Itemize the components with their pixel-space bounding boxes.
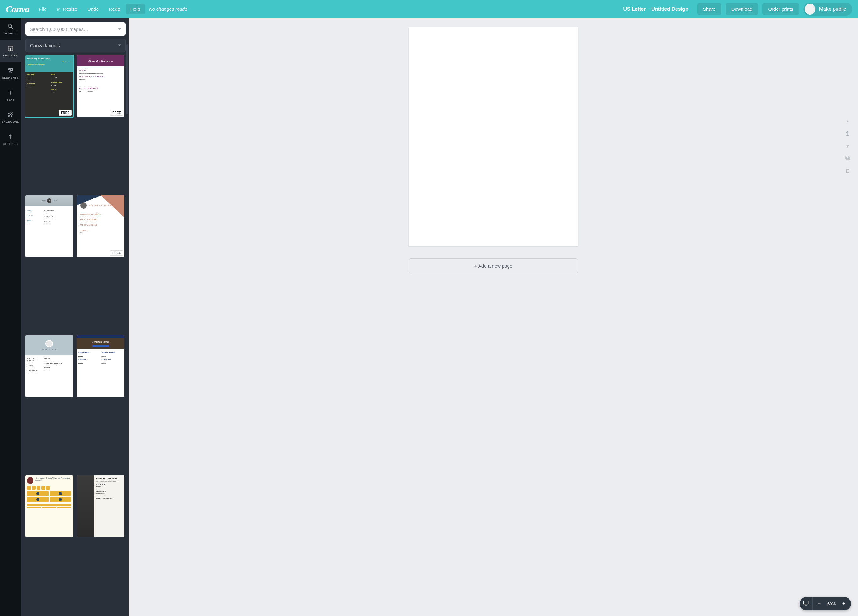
search-input[interactable]: Search 1,000,000 images… <box>25 22 126 36</box>
document-title[interactable]: US Letter – Untitled Design <box>623 6 688 12</box>
page-up-icon[interactable]: ▲ <box>846 119 849 123</box>
crown-icon <box>56 6 61 12</box>
rail-elements[interactable]: ELEMENTS <box>0 62 21 84</box>
canvas-area[interactable]: + Add a new page ▲ 1 ▼ − 6 <box>129 18 858 616</box>
menu-resize[interactable]: Resize <box>52 4 82 14</box>
template-card[interactable]: TIMOTHY STULERT PERSONAL PROFILE▪▪▪▪▪▪▪C… <box>25 335 73 397</box>
changes-status: No changes made <box>149 6 188 12</box>
svg-rect-16 <box>847 157 849 160</box>
template-card[interactable]: Benjamin Turner Employment▪▪▪▪▪▪▪▪▪▪▪▪▪▪… <box>77 335 124 397</box>
elements-icon <box>7 67 14 74</box>
svg-line-13 <box>10 114 12 117</box>
svg-line-10 <box>8 113 9 114</box>
zoom-value[interactable]: 69% <box>827 602 836 606</box>
background-icon <box>7 112 14 118</box>
rail-uploads-label: UPLOADS <box>3 142 18 146</box>
zoom-out-button[interactable]: − <box>816 600 822 607</box>
duplicate-page-icon[interactable] <box>845 155 850 162</box>
free-badge: FREE <box>110 250 123 256</box>
layouts-select-label: Canva layouts <box>30 43 60 48</box>
free-badge: FREE <box>59 110 72 115</box>
menu-resize-label: Resize <box>63 6 77 12</box>
template-card[interactable]: Alexandra Weigmann PROFILE▪▪▪▪▪▪▪▪▪▪▪▪▪▪… <box>77 55 124 117</box>
topbar: Canva File Resize Undo Redo Help No chan… <box>0 0 858 18</box>
upload-icon <box>7 133 14 140</box>
make-public-label: Make public <box>819 6 846 12</box>
canva-logo[interactable]: Canva <box>6 4 30 14</box>
svg-rect-18 <box>804 601 808 604</box>
template-title: Benjamin Turner <box>92 340 109 343</box>
rail-background[interactable]: BKGROUND <box>0 106 21 129</box>
zoom-control: − 69% + <box>800 597 851 610</box>
template-title: TIMOTHY STULERT <box>41 349 58 351</box>
page-side-controls: ▲ 1 ▼ <box>845 119 850 174</box>
menu-redo[interactable]: Redo <box>104 4 125 14</box>
panel-scrollbar[interactable] <box>126 45 128 114</box>
avatar <box>805 4 815 14</box>
svg-line-11 <box>8 113 11 115</box>
menu-file[interactable]: File <box>34 4 51 14</box>
left-rail: SEARCH LAYOUTS ELEMENTS TEXT <box>0 18 21 616</box>
rail-text-label: TEXT <box>6 98 14 101</box>
rail-search-label: SEARCH <box>4 32 17 35</box>
template-card[interactable]: Anthony Francisco Contact Info Graphic &… <box>25 55 73 117</box>
rail-layouts-label: LAYOUTS <box>3 54 18 57</box>
svg-line-1 <box>11 28 13 29</box>
search-icon <box>7 23 14 30</box>
template-card[interactable]: RAFAEL LAXTON COPYWRITER & JOURNALIST ED… <box>77 475 124 537</box>
template-card[interactable]: CristyCKKeller ABOUT▪▪▪▪▪▪▪▪▪CONTACT▪▪▪▪… <box>25 196 73 257</box>
svg-line-14 <box>11 116 12 117</box>
template-title: Anthony Francisco <box>27 57 50 60</box>
svg-rect-6 <box>11 68 12 70</box>
free-badge: FREE <box>110 110 123 115</box>
search-placeholder: Search 1,000,000 images… <box>30 26 89 32</box>
page[interactable] <box>409 28 578 247</box>
template-card[interactable]: KATELYN JOHNSON PROFESSIONAL SKILLS▪▪▪▪▪… <box>77 196 124 257</box>
page-number: 1 <box>846 130 849 138</box>
layouts-panel: Search 1,000,000 images… Canva layouts A… <box>21 18 129 616</box>
text-icon <box>7 89 14 96</box>
svg-rect-17 <box>846 156 849 159</box>
delete-page-icon[interactable] <box>845 168 850 174</box>
menu-help[interactable]: Help <box>126 4 145 14</box>
rail-uploads[interactable]: UPLOADS <box>0 129 21 151</box>
rail-background-label: BKGROUND <box>2 120 19 123</box>
svg-point-5 <box>8 68 10 70</box>
template-card[interactable]: Hi, my name is Chelsea Philips, and I'm … <box>25 475 73 537</box>
zoom-in-button[interactable]: + <box>841 600 847 607</box>
rail-search[interactable]: SEARCH <box>0 18 21 40</box>
menu-undo[interactable]: Undo <box>83 4 103 14</box>
svg-marker-7 <box>9 71 12 73</box>
presentation-icon[interactable] <box>803 600 809 607</box>
template-title: Hi, my name is Chelsea Philips, and I'm … <box>35 477 71 484</box>
template-title: Alexandra Weigmann <box>89 59 113 62</box>
templates-grid[interactable]: Anthony Francisco Contact Info Graphic &… <box>25 55 126 611</box>
template-title: RAFAEL LAXTON <box>96 477 123 480</box>
layouts-icon <box>7 45 14 52</box>
rail-layouts[interactable]: LAYOUTS <box>0 40 21 62</box>
order-prints-button[interactable]: Order prints <box>762 3 799 15</box>
share-button[interactable]: Share <box>697 3 721 15</box>
make-public-button[interactable]: Make public <box>804 3 852 16</box>
download-button[interactable]: Download <box>726 3 758 15</box>
layouts-select[interactable]: Canva layouts <box>25 39 126 52</box>
page-down-icon[interactable]: ▼ <box>846 144 849 149</box>
rail-text[interactable]: TEXT <box>0 84 21 106</box>
rail-elements-label: ELEMENTS <box>2 76 19 79</box>
add-page-button[interactable]: + Add a new page <box>409 258 578 273</box>
template-title: KATELYN JOHNSON <box>89 204 118 207</box>
svg-point-0 <box>8 24 12 28</box>
